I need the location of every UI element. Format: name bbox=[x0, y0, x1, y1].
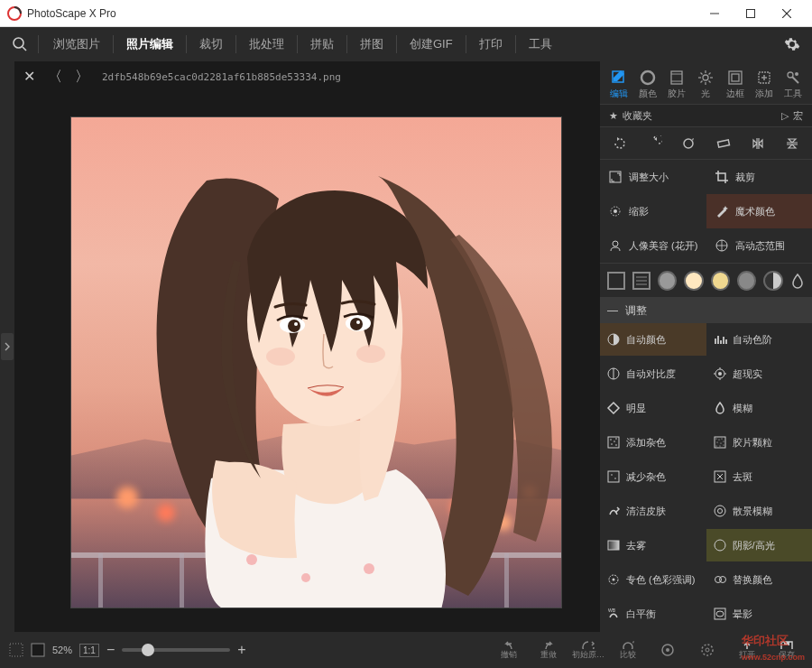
autocontrast-icon bbox=[605, 366, 622, 382]
canvas[interactable] bbox=[70, 116, 562, 608]
tool-resize[interactable]: 调整大小 bbox=[600, 160, 706, 194]
menu-照片编辑[interactable]: 照片编辑 bbox=[117, 31, 182, 58]
tooltab-edit[interactable]: 编辑 bbox=[605, 67, 632, 102]
zoom-out-button[interactable]: − bbox=[106, 642, 115, 658]
adjust-blur[interactable]: 模糊 bbox=[706, 392, 813, 424]
tool-mini[interactable]: 缩影 bbox=[600, 194, 706, 228]
adjust-denoise[interactable]: 减少杂色 bbox=[600, 460, 706, 493]
svg-point-55 bbox=[610, 439, 612, 441]
tooltab-light[interactable]: 光 bbox=[692, 67, 719, 102]
tooltab-film[interactable]: 胶片 bbox=[663, 67, 690, 102]
adjust-replace[interactable]: 替换颜色 bbox=[706, 563, 813, 596]
tool-hdr[interactable]: 高动态范围 bbox=[706, 228, 813, 263]
settings-button[interactable] bbox=[780, 36, 805, 52]
bottom-history1[interactable] bbox=[651, 639, 684, 661]
adjust-bokeh[interactable]: 散景模糊 bbox=[706, 495, 813, 527]
titlebar: PhotoScape X Pro bbox=[0, 0, 812, 27]
grid-icon[interactable] bbox=[9, 643, 23, 657]
menu-创建GIF[interactable]: 创建GIF bbox=[401, 31, 462, 58]
swatch-5[interactable] bbox=[763, 271, 782, 291]
adjust-skin[interactable]: 清洁皮肤 bbox=[600, 495, 706, 527]
adjust-autolevel[interactable]: 自动色阶 bbox=[706, 323, 813, 356]
swatch-1[interactable] bbox=[658, 271, 677, 291]
adjust-section-header[interactable]: — 调整 bbox=[600, 298, 812, 323]
adjust-addnoise[interactable]: 添加杂色 bbox=[600, 426, 706, 459]
svg-point-74 bbox=[715, 506, 725, 516]
adjust-clarity[interactable]: 明显 bbox=[600, 392, 706, 424]
app-logo-icon bbox=[7, 6, 22, 21]
zoom-1to1-button[interactable]: 1:1 bbox=[79, 644, 99, 657]
adjust-dehaze[interactable]: 去雾 bbox=[600, 529, 706, 561]
bottom-save[interactable]: 保存 bbox=[770, 639, 803, 661]
hdr-icon bbox=[714, 237, 730, 254]
adjust-despeckle[interactable]: 去斑 bbox=[706, 460, 813, 493]
svg-rect-21 bbox=[671, 71, 682, 84]
favorites-button[interactable]: ★收藏夹 bbox=[609, 109, 652, 123]
tool-crop[interactable]: 裁剪 bbox=[706, 160, 813, 194]
rotate-free-icon[interactable] bbox=[679, 135, 697, 153]
tool-magic[interactable]: 魔术颜色 bbox=[706, 194, 813, 228]
tooltab-tools[interactable]: 工具 bbox=[780, 67, 807, 102]
menu-拼贴[interactable]: 拼贴 bbox=[301, 31, 343, 58]
adjust-autocontrast[interactable]: 自动对比度 bbox=[600, 357, 706, 390]
replace-icon bbox=[712, 571, 728, 588]
drop-icon[interactable] bbox=[790, 273, 805, 289]
swatch-square-icon[interactable] bbox=[607, 272, 625, 290]
menu-浏览图片[interactable]: 浏览图片 bbox=[44, 31, 109, 58]
menu-批处理[interactable]: 批处理 bbox=[240, 31, 293, 58]
zoom-in-button[interactable]: + bbox=[237, 642, 245, 658]
bgcolor-icon[interactable] bbox=[31, 643, 45, 657]
tooltab-add[interactable]: 添加 bbox=[751, 67, 778, 102]
tool-portrait[interactable]: 人像美容 (花开) bbox=[600, 228, 706, 263]
flip-h-icon[interactable] bbox=[749, 135, 767, 153]
menu-拼图[interactable]: 拼图 bbox=[351, 31, 392, 58]
adjust-spot[interactable]: 专色 (色彩强调) bbox=[600, 563, 706, 596]
next-file-button[interactable]: 〉 bbox=[75, 68, 89, 87]
app-title: PhotoScape X Pro bbox=[27, 7, 697, 20]
close-file-button[interactable]: ✕ bbox=[23, 68, 35, 87]
svg-point-24 bbox=[703, 75, 708, 80]
rotate-cw-icon[interactable] bbox=[645, 135, 663, 153]
bottom-undo[interactable]: 撤销 bbox=[493, 639, 525, 661]
bottom-open[interactable]: 打开 bbox=[731, 639, 763, 661]
tooltab-frame[interactable]: 边框 bbox=[722, 67, 749, 102]
maximize-button[interactable] bbox=[733, 1, 769, 26]
bottom-reset[interactable]: 初始原… bbox=[572, 639, 604, 661]
menu-裁切[interactable]: 裁切 bbox=[190, 31, 232, 58]
svg-point-72 bbox=[614, 478, 616, 479]
dehaze-icon bbox=[605, 537, 622, 553]
swatch-4[interactable] bbox=[737, 271, 756, 291]
straighten-icon[interactable] bbox=[715, 135, 733, 153]
rotate-ccw-icon[interactable] bbox=[611, 135, 629, 153]
adjust-autocolor[interactable]: 自动颜色 bbox=[600, 323, 706, 356]
tooltab-color[interactable]: 颜色 bbox=[634, 67, 661, 102]
svg-point-71 bbox=[611, 474, 613, 476]
minimize-button[interactable] bbox=[697, 1, 733, 26]
svg-line-32 bbox=[709, 73, 711, 75]
adjust-vignette[interactable]: 晕影 bbox=[706, 598, 813, 630]
swatch-2[interactable] bbox=[684, 271, 703, 291]
search-icon[interactable] bbox=[7, 32, 32, 57]
adjust-surreal[interactable]: 超现实 bbox=[706, 357, 813, 390]
bottom-compare[interactable]: 比较 bbox=[612, 639, 644, 661]
wb-icon: WB bbox=[605, 606, 622, 622]
divider bbox=[38, 35, 39, 53]
macro-button[interactable]: ▷宏 bbox=[781, 109, 803, 123]
adjust-wb[interactable]: WB白平衡 bbox=[600, 598, 706, 630]
bottom-history2[interactable] bbox=[691, 639, 724, 661]
svg-point-88 bbox=[666, 648, 669, 652]
menu-工具[interactable]: 工具 bbox=[520, 31, 561, 58]
svg-line-6 bbox=[23, 47, 26, 51]
prev-file-button[interactable]: 〈 bbox=[48, 68, 62, 87]
grain-icon bbox=[712, 434, 728, 450]
close-button[interactable] bbox=[769, 1, 805, 26]
adjust-shadow[interactable]: 阴影/高光 bbox=[706, 529, 813, 561]
favorites-bar: ★收藏夹 ▷宏 bbox=[600, 104, 812, 127]
adjust-grain[interactable]: 胶片颗粒 bbox=[706, 426, 813, 459]
flip-v-icon[interactable] bbox=[783, 135, 801, 153]
zoom-slider[interactable] bbox=[122, 648, 230, 652]
sidebar-expand-handle[interactable] bbox=[1, 333, 14, 360]
bottom-redo[interactable]: 重做 bbox=[532, 639, 565, 661]
menu-打印[interactable]: 打印 bbox=[470, 31, 512, 58]
swatch-3[interactable] bbox=[711, 271, 730, 291]
